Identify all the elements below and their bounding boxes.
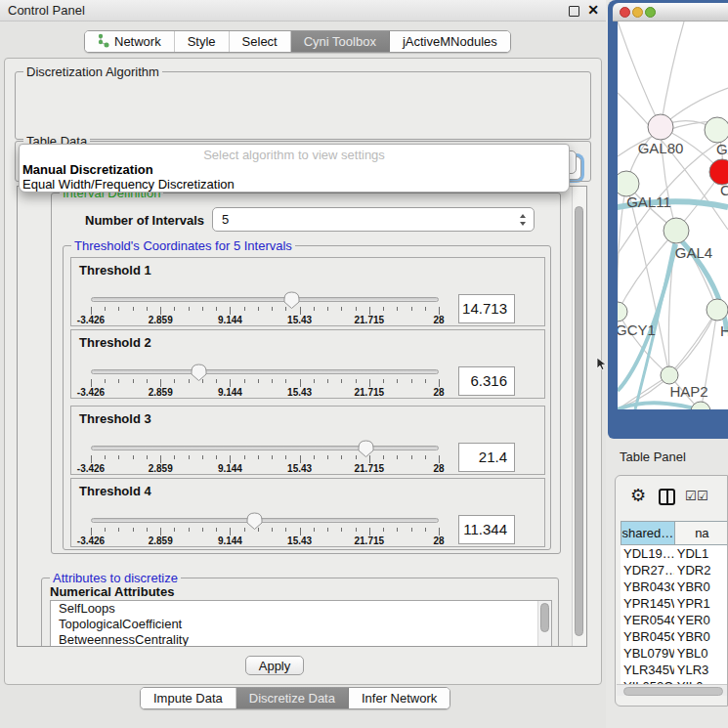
tab-select[interactable]: Select <box>230 31 291 52</box>
tick-label: 28 <box>433 315 444 325</box>
number-of-intervals-select[interactable]: 5 <box>212 207 535 232</box>
tick-label: 15.43 <box>287 315 312 325</box>
tab-impute-data[interactable]: Impute Data <box>141 688 236 708</box>
table-cell: YBL079W <box>621 645 674 662</box>
slider-track[interactable] <box>91 297 439 302</box>
scrollbar-thumb[interactable] <box>623 687 723 696</box>
zoom-traffic-light-icon[interactable] <box>645 7 656 18</box>
table-cell: YBL0 <box>674 645 728 662</box>
tick-mark <box>341 379 342 383</box>
tick-mark <box>189 307 190 311</box>
tab-label: jActiveMNodules <box>403 34 497 49</box>
tick-mark <box>314 455 315 459</box>
tick-label: 9.144 <box>218 315 242 325</box>
table-cell: YLR3 <box>674 662 728 678</box>
tick-mark <box>258 307 259 311</box>
thresholds-group-title: Threshold's Coordinates for 5 Intervals <box>71 238 295 253</box>
tick-mark <box>327 528 328 532</box>
tab-infer-network[interactable]: Infer Network <box>349 688 450 708</box>
node-label: C <box>720 182 728 198</box>
network-window-titlebar[interactable] <box>613 3 728 21</box>
checkbox-icon[interactable]: ☑ <box>697 489 708 503</box>
tick-mark <box>216 455 217 459</box>
tick-mark <box>341 307 342 311</box>
table-row[interactable]: YDL19…YDL1 <box>621 545 728 562</box>
table-row[interactable]: YDR27…YDR2 <box>621 562 728 578</box>
tab-jactivemnodules[interactable]: jActiveMNodules <box>390 31 510 52</box>
tick-mark <box>202 455 203 459</box>
table-row[interactable]: YBL079WYBL0 <box>621 645 728 662</box>
tick-mark <box>300 528 301 535</box>
float-window-icon[interactable] <box>569 6 579 17</box>
network-edge[interactable] <box>669 310 717 375</box>
list-item[interactable]: BetweennessCentrality <box>51 632 551 647</box>
algorithm-option-manual[interactable]: Manual Discretization <box>22 162 153 177</box>
table-row[interactable]: YBR043CYBR0 <box>621 578 728 595</box>
checkbox-icon[interactable]: ☑ <box>685 489 697 503</box>
node-label: HAP2 <box>669 383 707 400</box>
discretization-algorithm-group: Discretization Algorithm <box>15 71 591 140</box>
tick-label: 9.144 <box>218 387 242 398</box>
tab-discretize-data[interactable]: Discretize Data <box>236 688 349 708</box>
scrollbar-thumb[interactable] <box>575 206 583 636</box>
column-header[interactable]: na <box>674 521 728 545</box>
network-node[interactable] <box>705 117 728 143</box>
tick-mark <box>133 379 134 383</box>
list-item[interactable]: TopologicalCoefficient <box>51 617 551 632</box>
table-cell: YDR2 <box>674 562 728 578</box>
scrollbar-thumb[interactable] <box>540 603 549 632</box>
slider-tick-labels: -3.4262.8599.14415.4321.71528 <box>91 535 439 547</box>
table-row[interactable]: YBR045CYBR0 <box>621 628 728 645</box>
table-horizontal-scrollbar[interactable] <box>617 684 728 696</box>
tab-style[interactable]: Style <box>175 31 230 52</box>
tick-label: 15.43 <box>287 535 312 546</box>
column-header[interactable]: shared… <box>621 521 674 545</box>
tab-cyni-toolbox[interactable]: Cyni Toolbox <box>291 31 390 52</box>
slider-track[interactable] <box>91 446 439 450</box>
slider-tick-labels: -3.4262.8599.14415.4321.71528 <box>91 387 439 399</box>
network-node[interactable] <box>664 218 689 243</box>
threshold-value-field[interactable]: 6.316 <box>458 366 515 396</box>
gear-icon[interactable]: ⚙ <box>630 487 646 504</box>
network-node[interactable] <box>707 299 728 321</box>
discretization-algorithm-group-title: Discretization Algorithm <box>23 64 162 79</box>
numerical-attributes-list[interactable]: SelfLoopsTopologicalCoefficientBetweenne… <box>50 600 552 647</box>
table-cell: YDL19… <box>621 545 674 562</box>
tick-label: 21.715 <box>355 463 385 474</box>
network-node[interactable] <box>618 302 627 321</box>
tab-network[interactable]: Network <box>85 31 175 52</box>
table-row[interactable]: YLR345WYLR3 <box>621 662 728 678</box>
list-item[interactable]: SelfLoops <box>51 601 551 617</box>
tick-mark <box>160 379 161 387</box>
table-row[interactable]: YER054CYER0 <box>621 612 728 628</box>
close-traffic-light-icon[interactable] <box>620 7 630 18</box>
settings-scroll-pane: Interval Definition Number of Intervals … <box>17 186 587 647</box>
table-row[interactable]: YPR145WYPR1 <box>621 595 728 612</box>
tick-label: 28 <box>433 535 444 546</box>
tick-mark <box>272 379 273 383</box>
split-columns-icon[interactable] <box>659 489 675 505</box>
cyni-bottom-tab-bar: Impute DataDiscretize DataInfer Network <box>140 687 450 709</box>
network-node[interactable] <box>661 366 678 384</box>
numerical-attributes-label: Numerical Attributes <box>50 584 174 599</box>
slider-track[interactable] <box>91 369 439 374</box>
network-edge[interactable] <box>618 21 661 127</box>
threshold-value-field[interactable]: 11.344 <box>458 515 515 544</box>
network-canvas[interactable]: GAL80GACGAL11GAL4GCY1HHAP2 <box>618 21 728 409</box>
attributes-list-scrollbar[interactable] <box>537 601 551 647</box>
settings-vertical-scrollbar[interactable] <box>572 187 586 646</box>
threshold-value-field[interactable]: 14.713 <box>458 294 515 323</box>
table-header-row: shared…na <box>621 521 728 545</box>
tick-mark <box>369 307 370 315</box>
node-label: GAL4 <box>675 244 712 261</box>
threshold-value-field[interactable]: 21.4 <box>458 443 515 472</box>
algorithm-option-equal-width[interactable]: Equal Width/Frequency Discretization <box>22 177 235 192</box>
close-window-icon[interactable]: ✕ <box>587 2 599 18</box>
tick-mark <box>285 379 286 383</box>
minimize-traffic-light-icon[interactable] <box>632 7 643 18</box>
tick-mark <box>118 307 119 311</box>
network-edge[interactable] <box>626 184 669 375</box>
slider-track[interactable] <box>91 518 439 523</box>
apply-button[interactable]: Apply <box>245 656 304 675</box>
network-node[interactable] <box>648 114 673 140</box>
